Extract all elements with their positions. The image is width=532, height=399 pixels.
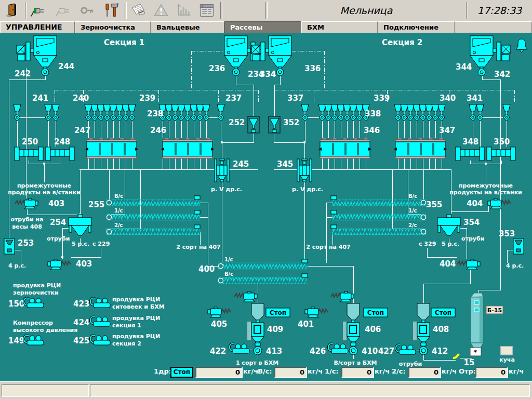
label-401: 401 (298, 320, 314, 329)
label-403b: 403 (76, 259, 92, 269)
kucha-button[interactable] (501, 347, 512, 355)
label-341: 341 (467, 94, 483, 103)
hopper-352[interactable] (269, 116, 280, 133)
purifier-348[interactable] (456, 147, 484, 161)
label-1c-355: 1/с (408, 208, 417, 214)
cyclone-254[interactable] (69, 215, 91, 235)
journal-button[interactable] (127, 1, 150, 20)
blower-406-top[interactable] (331, 291, 354, 302)
star-button[interactable]: * (470, 348, 481, 356)
compressor-150[interactable] (24, 298, 44, 308)
blower-403a[interactable] (15, 198, 38, 209)
rotary-valve-412[interactable] (419, 343, 428, 355)
alarm-bell-icon[interactable] (516, 39, 527, 52)
compressor-424[interactable] (90, 317, 110, 326)
filter-353[interactable] (513, 238, 524, 254)
label-prod-rci-4a: продувка РЦИ (112, 333, 160, 340)
silo-b15[interactable] (471, 293, 483, 351)
blower-404a[interactable] (488, 198, 511, 209)
compressor-427[interactable] (396, 345, 416, 354)
tab-podklyuchenie[interactable]: Подключение (378, 21, 455, 33)
conveyor-255[interactable] (107, 196, 200, 235)
label-252: 252 (229, 118, 245, 127)
rotary-valve-410[interactable] (349, 343, 357, 355)
label-338: 338 (365, 109, 381, 118)
label-1c-255: 1/с (114, 208, 123, 214)
weigher-406[interactable] (343, 303, 360, 344)
compressor-426[interactable] (328, 344, 348, 353)
field-1dr-stop-button[interactable]: Стоп (170, 367, 193, 378)
blower-403b[interactable] (48, 259, 71, 270)
label-intermediate-left-1: промежуточные (17, 182, 71, 189)
label-5rs-right: 5 р.с. (442, 241, 459, 247)
blower-401[interactable] (305, 307, 328, 317)
sifter-246[interactable] (161, 138, 214, 158)
label-337: 337 (287, 94, 303, 103)
panel-button[interactable] (195, 1, 218, 20)
tools-button[interactable] (100, 1, 123, 20)
tab-zernoochistka[interactable]: Зерноочистка (75, 21, 151, 33)
filter-253[interactable] (4, 238, 15, 254)
label-236: 236 (209, 64, 225, 73)
weigher-408[interactable] (413, 303, 430, 344)
compressor-149[interactable] (24, 336, 44, 345)
label-prod-rci-3a: продувка РЦИ (112, 315, 160, 322)
hopper-row-right[interactable] (301, 104, 510, 121)
hopper-252[interactable] (248, 116, 259, 133)
tab-valcevye-stanki[interactable]: Вальцевые станки (151, 21, 224, 33)
purifier-250[interactable] (15, 147, 43, 161)
connect-button[interactable] (26, 1, 49, 20)
label-336: 336 (304, 64, 321, 73)
tab-bhm[interactable]: БХМ (301, 21, 378, 33)
conveyor-355[interactable] (331, 196, 426, 235)
blower-409-top[interactable] (234, 291, 257, 302)
stop-button-408[interactable]: Стоп (431, 308, 455, 317)
stop-button-406[interactable]: Стоп (364, 308, 388, 317)
label-vs-355: В/с (408, 193, 417, 199)
tab-rassevy[interactable]: Рассевы (224, 21, 301, 33)
tab-filler (455, 21, 532, 33)
weigher-409[interactable] (247, 303, 264, 344)
disconnect-button[interactable] (51, 1, 74, 20)
compressor-423[interactable] (90, 298, 110, 308)
svg-text:*: * (474, 349, 477, 356)
sifter-347[interactable] (394, 138, 447, 158)
label-4rs-right: 4 р.с. (506, 262, 524, 269)
exit-button[interactable] (1, 1, 24, 20)
compressor-422[interactable] (230, 344, 249, 353)
purifier-350[interactable] (487, 147, 515, 161)
sifter-346[interactable] (318, 138, 371, 158)
rotary-valve-413[interactable] (254, 343, 262, 355)
svg-text:Стоп: Стоп (367, 309, 384, 316)
field-2c-value: 0 (408, 367, 441, 378)
label-intermediate-left-2: продукты на в/станки (8, 189, 81, 196)
disconnect-plug-icon (55, 3, 70, 18)
tab-upravlenie[interactable]: УПРАВЛЕНИЕ (0, 21, 75, 33)
label-241: 241 (32, 94, 48, 103)
label-410: 410 (362, 347, 378, 356)
blower-404b[interactable] (457, 259, 480, 270)
field-2c-unit: кг/ч (442, 367, 457, 375)
label-vs-400: В/с (224, 271, 233, 277)
status-panel-2 (90, 384, 530, 397)
cyclone-354[interactable] (437, 215, 460, 235)
compressor-425[interactable] (90, 336, 110, 345)
label-355: 355 (426, 200, 442, 209)
label-425: 425 (73, 336, 89, 345)
label-400: 400 (198, 264, 215, 274)
machine-245[interactable] (215, 159, 229, 182)
stop-button-409[interactable]: Стоп (266, 308, 290, 317)
sifter-247[interactable] (85, 138, 138, 158)
label-otrubi-left: отруби (47, 235, 70, 242)
label-vsort-bhm: В/сорт в БХМ (334, 360, 377, 366)
key-button[interactable] (76, 1, 99, 20)
blower-405[interactable] (208, 307, 231, 317)
yellow-flow-mark (453, 354, 459, 358)
machine-345[interactable] (297, 159, 312, 182)
alarms-button[interactable] (150, 1, 172, 20)
purifier-248[interactable] (46, 147, 74, 161)
label-prod-rci-3b: секция 1 (112, 322, 141, 329)
toolbar: Мельница 17:28:33 (0, 0, 532, 21)
trends-button[interactable] (172, 1, 195, 20)
hopper-row-left[interactable] (14, 104, 224, 121)
